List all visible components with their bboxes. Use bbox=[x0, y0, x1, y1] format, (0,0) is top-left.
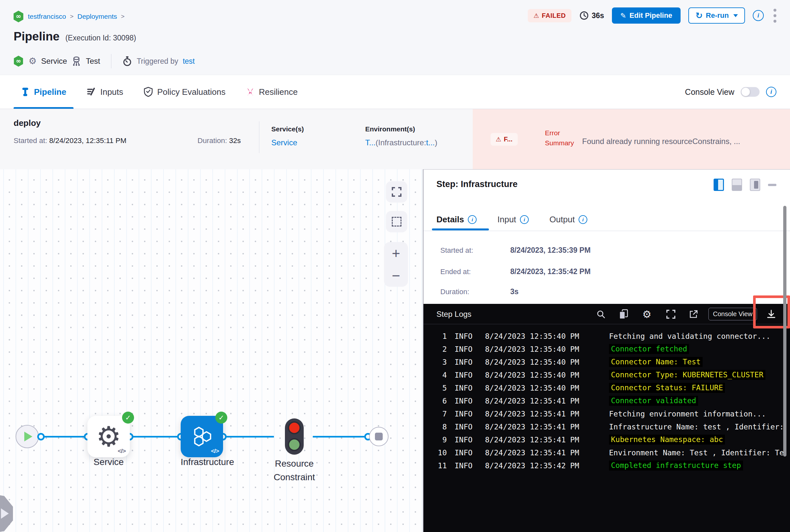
svg-text:∞: ∞ bbox=[16, 58, 21, 64]
stage-name[interactable]: deploy bbox=[14, 118, 41, 128]
log-search-button[interactable] bbox=[595, 308, 607, 320]
node-service[interactable]: ⚙ </> ✓ bbox=[87, 416, 130, 457]
detail-started-at: Started at:8/24/2023, 12:35:39 PM bbox=[440, 246, 591, 255]
log-line: 2INFO8/24/2023 12:35:40 PMConnector fetc… bbox=[423, 343, 790, 356]
copy-icon bbox=[619, 309, 629, 320]
more-options-menu[interactable] bbox=[772, 7, 778, 24]
arrow-right-icon bbox=[1, 508, 9, 519]
log-line: 1INFO8/24/2023 12:35:40 PMFetching and v… bbox=[423, 330, 790, 343]
harness-logo-icon: ∞ bbox=[13, 11, 24, 23]
log-line: 7INFO8/24/2023 12:35:41 PMFetching envir… bbox=[423, 408, 790, 421]
play-icon bbox=[24, 432, 32, 441]
code-template-icon: </> bbox=[211, 448, 219, 455]
end-node[interactable] bbox=[369, 427, 388, 446]
stage-started-at: Started at: 8/24/2023, 12:35:11 PM bbox=[14, 136, 127, 145]
start-node[interactable] bbox=[16, 425, 39, 448]
breadcrumb-separator: > bbox=[70, 13, 73, 20]
output-info-icon[interactable]: i bbox=[578, 215, 587, 224]
execution-id: (Execution Id: 30098) bbox=[66, 34, 136, 42]
rerun-button[interactable]: ↻ Re-run bbox=[688, 7, 745, 24]
divider bbox=[423, 324, 790, 324]
status-badge: ⚠ FAILED bbox=[528, 9, 572, 22]
page-title: Pipeline bbox=[14, 30, 59, 43]
resilience-icon bbox=[246, 88, 255, 96]
log-copy-button[interactable] bbox=[618, 308, 629, 320]
search-icon bbox=[596, 309, 606, 319]
service-name[interactable]: Service bbox=[41, 57, 67, 66]
tab-inputs[interactable]: Inputs bbox=[87, 75, 123, 109]
service-link[interactable]: Service bbox=[271, 138, 297, 147]
tab-resilience[interactable]: Resilience bbox=[246, 75, 298, 109]
hexagons-icon bbox=[189, 424, 215, 449]
breadcrumb: ∞ testfrancisco > Deployments > bbox=[13, 11, 125, 23]
details-info-icon[interactable]: i bbox=[468, 215, 477, 224]
graph-port bbox=[37, 433, 45, 440]
log-line: 11INFO8/24/2023 12:35:42 PMCompleted inf… bbox=[423, 460, 790, 473]
header-actions: ⚠ FAILED 36s ✎ Edit Pipeline ↻ Re-run i bbox=[528, 7, 778, 24]
rerun-info-icon[interactable]: i bbox=[753, 10, 764, 21]
graph-edge bbox=[313, 436, 369, 437]
tab-input[interactable]: Inputi bbox=[497, 214, 529, 225]
breadcrumb-deployments-link[interactable]: Deployments bbox=[77, 13, 117, 20]
canvas-fullscreen-button[interactable] bbox=[386, 181, 407, 203]
zoom-in-button[interactable]: + bbox=[392, 246, 400, 261]
node-infrastructure[interactable]: </> ✓ bbox=[181, 416, 223, 457]
input-info-icon[interactable]: i bbox=[520, 215, 529, 224]
canvas-select-button[interactable] bbox=[386, 211, 407, 232]
step-logs-panel: Step Logs ⚙ Console View 1INFO8/24/2023 … bbox=[423, 304, 790, 532]
environment-link[interactable]: T... bbox=[365, 138, 375, 147]
pan-left-handle[interactable] bbox=[0, 494, 13, 532]
environment-name[interactable]: Test bbox=[86, 57, 100, 66]
minimize-button[interactable] bbox=[768, 184, 776, 186]
log-line: 5INFO8/24/2023 12:35:40 PMConnector Stat… bbox=[423, 382, 790, 395]
divider bbox=[259, 121, 259, 153]
log-line: 10INFO8/24/2023 12:35:41 PMEnvironment N… bbox=[423, 447, 790, 460]
console-view-toggle[interactable] bbox=[741, 87, 759, 97]
page-header: ∞ testfrancisco > Deployments > ⚠ FAILED… bbox=[0, 0, 790, 75]
node-resource-constraint[interactable] bbox=[285, 418, 304, 455]
tab-details[interactable]: Detailsi bbox=[437, 214, 477, 225]
marquee-select-icon bbox=[392, 217, 402, 227]
traffic-light-green bbox=[288, 438, 301, 451]
log-settings-button[interactable]: ⚙ bbox=[641, 308, 653, 320]
triggered-by-user-link[interactable]: test bbox=[183, 57, 195, 66]
tab-pipeline[interactable]: Pipeline bbox=[21, 75, 67, 109]
environment-icon bbox=[72, 56, 81, 66]
tab-policy-evaluations[interactable]: Policy Evaluations bbox=[143, 75, 226, 109]
stage-summary-bar: ⚠ F... Error Summary Found already runni… bbox=[0, 109, 790, 169]
svg-text:∞: ∞ bbox=[16, 12, 21, 20]
stage-failed-badge: ⚠ F... bbox=[491, 133, 518, 146]
console-view-label: Console View bbox=[685, 88, 734, 97]
infrastructure-link[interactable]: t... bbox=[426, 138, 435, 147]
log-fullscreen-button[interactable] bbox=[665, 308, 677, 320]
panel-scrollbar[interactable] bbox=[783, 206, 787, 457]
breadcrumb-project-link[interactable]: testfrancisco bbox=[28, 13, 66, 20]
refresh-icon: ↻ bbox=[696, 11, 703, 20]
log-line: 4INFO8/24/2023 12:35:40 PMConnector Type… bbox=[423, 369, 790, 382]
zoom-out-button[interactable]: − bbox=[392, 269, 400, 283]
active-tab-underline bbox=[432, 228, 489, 230]
right-view-button[interactable] bbox=[750, 178, 760, 191]
log-console-view-button[interactable]: Console View bbox=[709, 308, 757, 320]
log-download-button[interactable] bbox=[766, 308, 777, 320]
stop-icon bbox=[375, 433, 383, 440]
breadcrumb-separator: > bbox=[121, 13, 125, 20]
shield-check-icon bbox=[143, 87, 153, 97]
success-check-icon: ✓ bbox=[215, 412, 227, 423]
inputs-icon bbox=[87, 87, 96, 97]
download-icon bbox=[766, 309, 776, 319]
edit-pipeline-button[interactable]: ✎ Edit Pipeline bbox=[612, 7, 681, 24]
log-open-external-button[interactable] bbox=[688, 308, 699, 320]
pipeline-graph-canvas[interactable]: ⚙ </> ✓ Service </> ✓ Infrastructure Res… bbox=[0, 169, 423, 532]
console-view-info-icon[interactable]: i bbox=[766, 87, 776, 97]
pipeline-icon bbox=[21, 87, 30, 97]
step-details-panel: Step: Infrastructure Detailsi Inputi Out… bbox=[423, 169, 790, 532]
split-view-button[interactable] bbox=[714, 178, 724, 191]
tab-output[interactable]: Outputi bbox=[549, 214, 587, 225]
graph-edge bbox=[128, 436, 183, 437]
node-infrastructure-label: Infrastructure bbox=[181, 457, 223, 467]
log-line: 8INFO8/24/2023 12:35:41 PMInfrastructure… bbox=[423, 421, 790, 434]
log-line: 9INFO8/24/2023 12:35:41 PMKubernetes Nam… bbox=[423, 434, 790, 447]
bottom-view-button[interactable] bbox=[732, 178, 742, 191]
log-line: 6INFO8/24/2023 12:35:41 PMConnector vali… bbox=[423, 395, 790, 408]
